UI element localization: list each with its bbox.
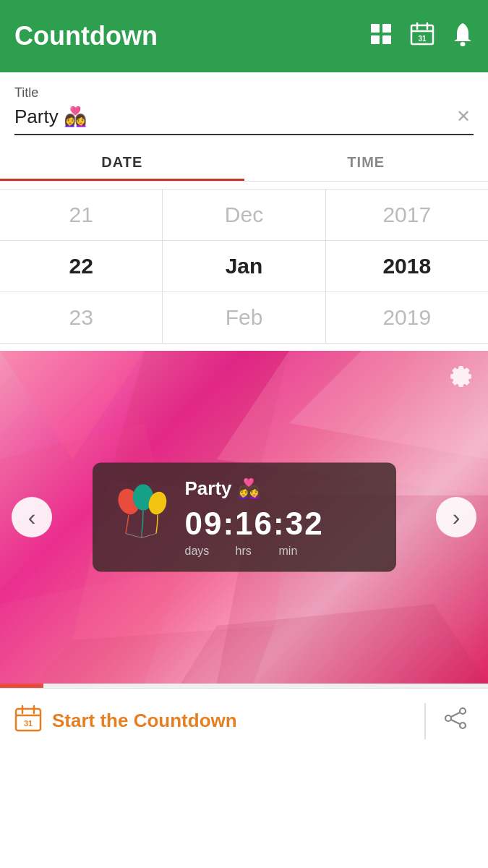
title-input[interactable]	[14, 106, 453, 128]
countdown-info: Party 👩‍❤️‍👩 09:16:32 days hrs min	[185, 477, 324, 558]
picker-row-3[interactable]: 23 Feb 2019	[0, 292, 488, 344]
tab-time[interactable]: TIME	[244, 141, 489, 181]
svg-line-34	[451, 712, 460, 717]
start-calendar-icon: 31	[14, 705, 42, 738]
svg-line-35	[451, 720, 460, 724]
picker-row-1[interactable]: 21 Dec 2017	[0, 189, 488, 241]
balloon-icon	[113, 481, 171, 553]
picker-day-1: 21	[0, 190, 163, 240]
picker-month-2: Jan	[163, 241, 325, 292]
countdown-timer: 09:16:32	[185, 506, 324, 542]
start-countdown-button[interactable]: Start the Countdown	[52, 710, 413, 732]
bell-icon[interactable]	[452, 22, 474, 51]
hrs-label: hrs	[236, 545, 279, 558]
picker-month-1: Dec	[163, 190, 325, 240]
footer: 31 Start the Countdown	[0, 688, 488, 753]
svg-line-25	[142, 533, 156, 537]
title-input-row: ✕	[14, 103, 474, 135]
picker-day-3: 23	[0, 292, 163, 343]
grid-icon[interactable]	[369, 22, 393, 51]
app-header: Countdown 31	[0, 0, 488, 72]
header-actions: 31	[369, 22, 474, 51]
svg-point-32	[445, 715, 451, 721]
countdown-card: Party 👩‍❤️‍👩 09:16:32 days hrs min	[93, 463, 396, 572]
title-section: Title ✕	[0, 72, 488, 141]
title-label: Title	[14, 85, 474, 101]
prev-theme-button[interactable]: ‹	[12, 497, 52, 537]
next-theme-button[interactable]: ›	[436, 497, 476, 537]
min-label: min	[279, 545, 315, 558]
picker-year-1: 2017	[326, 190, 488, 240]
share-icon[interactable]	[437, 700, 474, 741]
tab-date[interactable]: DATE	[0, 141, 244, 181]
svg-rect-0	[371, 24, 380, 33]
date-time-tabs: DATE TIME	[0, 141, 488, 182]
settings-icon[interactable]	[448, 362, 474, 395]
days-label: days	[185, 545, 236, 558]
date-picker: 21 Dec 2017 22 Jan 2018 23 Feb 2019	[0, 182, 488, 351]
indicator-bar	[0, 684, 43, 688]
svg-text:31: 31	[24, 719, 33, 728]
svg-point-31	[460, 708, 466, 714]
svg-rect-3	[382, 35, 391, 44]
picker-day-2: 22	[0, 241, 163, 292]
scroll-indicator	[0, 684, 488, 688]
clear-icon[interactable]: ✕	[453, 103, 474, 129]
calendar-icon[interactable]: 31	[410, 22, 435, 51]
svg-text:31: 31	[418, 35, 427, 43]
picker-year-2: 2018	[326, 241, 488, 292]
svg-line-23	[126, 533, 142, 537]
svg-rect-2	[371, 35, 380, 44]
countdown-card-title: Party 👩‍❤️‍👩	[185, 477, 324, 500]
picker-row-2[interactable]: 22 Jan 2018	[0, 241, 488, 292]
svg-point-9	[461, 42, 466, 46]
svg-rect-1	[382, 24, 391, 33]
preview-section: ‹ › Party 👩	[0, 351, 488, 684]
footer-divider	[424, 703, 426, 739]
picker-year-3: 2019	[326, 292, 488, 343]
picker-month-3: Feb	[163, 292, 325, 343]
countdown-time-labels: days hrs min	[185, 545, 324, 558]
svg-point-33	[460, 723, 466, 728]
app-title: Countdown	[14, 21, 369, 51]
